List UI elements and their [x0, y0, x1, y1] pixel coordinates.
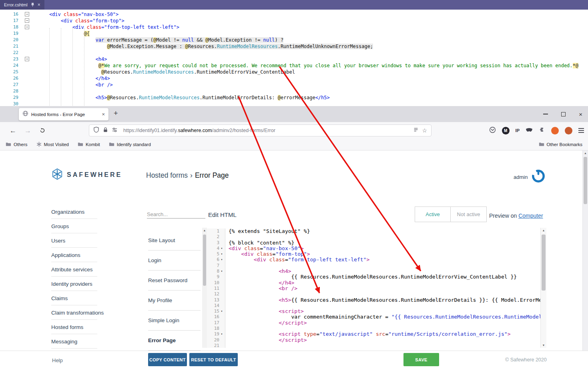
bookmark-star-icon[interactable]: ☆: [422, 127, 427, 134]
url-text[interactable]: https://identify01.identify.safewhere.co…: [123, 128, 410, 133]
fold-collapse-icon[interactable]: −: [25, 12, 29, 16]
vs-code-line[interactable]: 18− <div class="form-top-left text-left"…: [0, 24, 588, 30]
search-input[interactable]: [147, 211, 205, 219]
vs-code-area[interactable]: 16− <div class="nav-box-50">17− <div cla…: [0, 10, 588, 106]
user-menu[interactable]: admin: [514, 169, 546, 185]
vs-code-text[interactable]: <div class="form-top-left text-left">: [32, 24, 179, 30]
scrollbar-thumb[interactable]: [542, 235, 546, 291]
minimize-icon[interactable]: [543, 114, 548, 114]
vs-code-line[interactable]: 22: [0, 50, 588, 56]
sidebar-item-applications[interactable]: Applications: [51, 252, 97, 262]
editor-code-text[interactable]: <h5>{{ Resources.RuntimeModelResources.R…: [225, 297, 540, 303]
subnav-item-site-layout[interactable]: Site Layout: [148, 231, 201, 251]
forward-icon[interactable]: →: [24, 127, 31, 134]
editor-code-text[interactable]: <div class="form-top-left text-left">: [225, 257, 369, 263]
editor-code-line[interactable]: 17 </script>: [207, 320, 540, 326]
vs-code-line[interactable]: 16− <div class="nav-box-50">: [0, 11, 588, 18]
breadcrumb-parent[interactable]: Hosted forms: [146, 171, 188, 179]
vs-code-text[interactable]: <h5>@Resources.RuntimeModelResources.Run…: [32, 94, 330, 101]
editor-code-line[interactable]: 18: [207, 326, 540, 331]
vs-code-text[interactable]: @Resources.RuntimeModelResources.Runtime…: [32, 69, 295, 75]
tab-close-icon[interactable]: ×: [102, 111, 105, 117]
editor-code-text[interactable]: {{ Resources.RuntimeModelResources.Runti…: [225, 274, 517, 280]
editor-left-scrollbar[interactable]: ▲: [202, 228, 207, 348]
permissions-sliders-icon[interactable]: [112, 127, 118, 134]
lock-icon[interactable]: [102, 127, 108, 134]
scrollbar-thumb[interactable]: [203, 235, 206, 286]
scroll-up-icon[interactable]: ▲: [583, 152, 588, 154]
maximize-icon[interactable]: [561, 112, 566, 116]
vs-code-text[interactable]: <div class="nav-box-50">: [32, 11, 118, 18]
editor-code-text[interactable]: <script type="text/javascript" src="runt…: [225, 331, 510, 337]
fold-arrow-icon[interactable]: ▾: [220, 251, 224, 257]
back-icon[interactable]: ←: [10, 127, 16, 134]
vs-code-text[interactable]: <div class="form-top">: [32, 18, 124, 24]
editor-right-scrollbar[interactable]: ▲ ▼: [540, 228, 546, 348]
bookmark-identify-standard[interactable]: Identify standard: [109, 142, 151, 148]
editor-code-line[interactable]: 7: [207, 263, 540, 269]
vs-code-line[interactable]: 19 @{: [0, 30, 588, 37]
sidebar-item-messaging[interactable]: Messaging: [51, 339, 97, 349]
editor-code-text[interactable]: [225, 303, 229, 309]
editor-code-line[interactable]: 12: [207, 291, 540, 297]
vs-code-line[interactable]: 29 <h5>@Resources.RuntimeModelResources.…: [0, 94, 588, 101]
subnav-item-reset-password[interactable]: Reset Password: [148, 271, 201, 291]
editor-code-line[interactable]: 19▾ <script type="text/javascript" src="…: [207, 331, 540, 337]
url-bar[interactable]: https://identify01.identify.safewhere.co…: [89, 124, 431, 136]
orange-extension-icon[interactable]: [551, 127, 559, 134]
active-toggle-button[interactable]: Active: [415, 207, 451, 222]
fold-arrow-icon[interactable]: ▾: [220, 309, 224, 314]
editor-code-text[interactable]: </h4>: [225, 280, 294, 286]
vs-code-line[interactable]: 26 </h4>: [0, 75, 588, 82]
fold-arrow-icon[interactable]: ▾: [220, 257, 224, 263]
sidebar-item-organizations[interactable]: Organizations: [51, 209, 97, 219]
editor-code-text[interactable]: </script>: [225, 337, 307, 343]
editor-code-line[interactable]: 21: [207, 343, 540, 348]
scrollbar-thumb[interactable]: [584, 157, 587, 204]
sidebar-item-hosted-forms[interactable]: Hosted forms: [51, 324, 97, 334]
sidebar-item-groups[interactable]: Groups: [51, 223, 97, 233]
fold-arrow-icon[interactable]: ▾: [220, 331, 224, 337]
vs-code-line[interactable]: 24 @*We are sorry, your request could no…: [0, 62, 588, 69]
puzzle-extension-icon[interactable]: [539, 126, 545, 134]
editor-code-line[interactable]: 16 var commentRemainingCharacter = "{{ R…: [207, 314, 540, 320]
vs-code-text[interactable]: [32, 88, 38, 94]
fold-collapse-icon[interactable]: −: [25, 25, 29, 29]
editor-code-text[interactable]: [225, 291, 229, 297]
editor-code-line[interactable]: 9 {{ Resources.RuntimeModelResources.Run…: [207, 274, 540, 280]
editor-code-text[interactable]: {% block "content" %}: [225, 240, 294, 246]
editor-code-text[interactable]: var commentRemainingCharacter = "{{ Reso…: [225, 314, 540, 320]
sidebar-item-identity-providers[interactable]: Identity providers: [51, 281, 97, 291]
vs-code-line[interactable]: 17− <div class="form-top">: [0, 18, 588, 24]
editor-code-text[interactable]: [225, 343, 229, 348]
editor-code-text[interactable]: <script>: [225, 309, 304, 314]
sidebar-item-claims[interactable]: Claims: [51, 295, 97, 305]
ip-extension-icon[interactable]: IP: [516, 128, 520, 133]
close-icon[interactable]: ×: [38, 2, 40, 8]
subnav-item-simple-login[interactable]: Simple Login: [148, 311, 201, 331]
editor-code-line[interactable]: 2: [207, 234, 540, 240]
vs-code-text[interactable]: @Model.Exception.Message : @Resources.Ru…: [32, 43, 373, 50]
vs-document-tab[interactable]: Error.cshtml ×: [0, 0, 44, 10]
vs-code-line[interactable]: 21 @Model.Exception.Message : @Resources…: [0, 43, 588, 50]
editor-code-line[interactable]: 6▾ <div class="form-top-left text-left">: [207, 257, 540, 263]
editor-code-line[interactable]: 15▾ <script>: [207, 309, 540, 314]
editor-code-text[interactable]: <div class="form-top">: [225, 251, 310, 257]
editor-code-line[interactable]: 11 <br />: [207, 286, 540, 291]
scroll-down-icon[interactable]: ▼: [541, 344, 546, 347]
profile-avatar-icon[interactable]: [565, 127, 572, 134]
editor-code-text[interactable]: <br />: [225, 286, 297, 291]
fold-arrow-icon[interactable]: ▾: [220, 246, 224, 251]
bookmark-others[interactable]: Others: [6, 142, 28, 148]
scroll-up-icon[interactable]: ▲: [541, 229, 546, 232]
save-button[interactable]: SAVE: [403, 353, 439, 366]
vs-code-line[interactable]: 30: [0, 101, 588, 106]
sidebar-item-attribute-services[interactable]: Attribute services: [51, 267, 97, 277]
subnav-item-login[interactable]: Login: [148, 251, 201, 271]
not-active-toggle-button[interactable]: Not active: [451, 207, 486, 222]
vs-code-line[interactable]: 27 <br />: [0, 82, 588, 88]
pin-icon[interactable]: [31, 2, 34, 8]
reader-mode-icon[interactable]: [413, 127, 419, 134]
page-scrollbar[interactable]: ▲: [582, 150, 588, 369]
subnav-item-error-page[interactable]: Error Page: [148, 331, 201, 351]
